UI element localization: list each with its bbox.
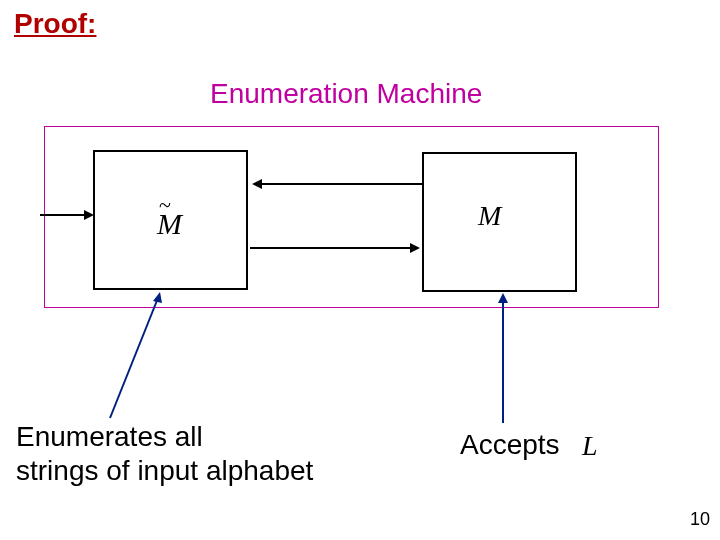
slide: Proof: Enumeration Machine M ~ M Enumera… <box>0 0 720 540</box>
input-arrow <box>40 205 95 225</box>
caption-enumerates: Enumerates all strings of input alphabet <box>16 420 313 487</box>
svg-marker-11 <box>498 293 508 303</box>
language-symbol: L <box>582 430 598 462</box>
pointer-arrow-left <box>90 290 180 425</box>
caption-enumerates-line2: strings of input alphabet <box>16 454 313 488</box>
m-label: M <box>478 200 501 232</box>
caption-enumerates-line1: Enumerates all <box>16 420 313 454</box>
svg-marker-9 <box>153 292 162 303</box>
diagram-title: Enumeration Machine <box>210 78 482 110</box>
svg-marker-7 <box>410 243 420 253</box>
svg-marker-5 <box>252 179 262 189</box>
caption-accepts: Accepts <box>460 429 560 461</box>
page-number: 10 <box>690 509 710 530</box>
m-tilde-label: M ~ <box>145 199 195 247</box>
pointer-arrow-right <box>485 293 525 428</box>
arrow-mtilde-to-m <box>248 238 424 258</box>
svg-text:~: ~ <box>159 192 171 217</box>
proof-heading: Proof: <box>14 8 96 40</box>
svg-line-8 <box>110 298 158 418</box>
arrow-m-to-mtilde <box>248 174 424 194</box>
